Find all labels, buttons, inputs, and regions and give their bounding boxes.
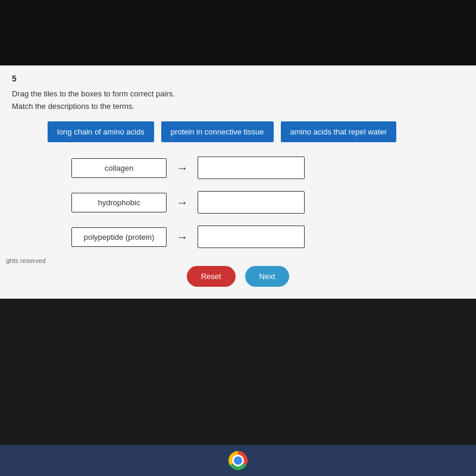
- arrow-hydrophobic: →: [176, 196, 188, 209]
- reset-button[interactable]: Reset: [187, 266, 236, 287]
- arrow-collagen: →: [176, 161, 188, 175]
- tile-long-chain[interactable]: long chain of amino acids: [48, 121, 154, 142]
- tile-repel-water[interactable]: amino acids that repel water: [281, 121, 397, 142]
- matching-area: collagen → hydrophobic → polypeptide (pr…: [71, 156, 464, 248]
- instruction-match: Match the descriptions to the terms.: [12, 102, 464, 111]
- question-number: 5: [12, 74, 464, 83]
- next-button[interactable]: Next: [245, 266, 290, 287]
- instruction-drag: Drag the tiles to the boxes to form corr…: [12, 89, 464, 98]
- term-hydrophobic: hydrophobic: [71, 193, 167, 212]
- tile-connective[interactable]: protein in connective tissue: [161, 121, 274, 142]
- term-collagen: collagen: [71, 158, 167, 178]
- main-content: 5 Drag the tiles to the boxes to form co…: [0, 65, 476, 299]
- tiles-row: long chain of amino acids protein in con…: [48, 121, 464, 142]
- drop-box-polypeptide[interactable]: [198, 226, 305, 248]
- term-polypeptide: polypeptide (protein): [71, 227, 167, 247]
- bottom-bar: [0, 445, 476, 476]
- match-row-polypeptide: polypeptide (protein) →: [71, 226, 464, 248]
- footer-text: ghts reserved: [6, 257, 46, 264]
- match-row-collagen: collagen →: [71, 156, 464, 179]
- drop-box-hydrophobic[interactable]: [198, 191, 305, 214]
- drop-box-collagen[interactable]: [198, 156, 305, 179]
- chrome-icon: [228, 451, 248, 470]
- buttons-row: Reset Next: [12, 266, 464, 287]
- match-row-hydrophobic: hydrophobic →: [71, 191, 464, 214]
- arrow-polypeptide: →: [176, 230, 188, 244]
- top-bar: [0, 0, 476, 65]
